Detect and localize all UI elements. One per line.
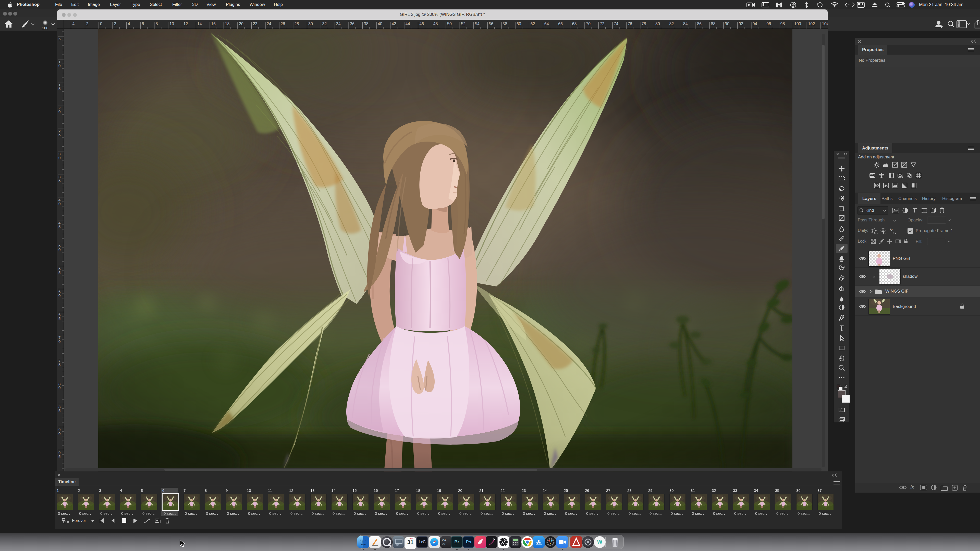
svg-text:0: 0 <box>100 22 102 26</box>
svg-text:6: 6 <box>142 22 144 26</box>
svg-text:fx: fx <box>890 228 893 232</box>
svg-text:100: 100 <box>794 22 801 26</box>
svg-text:10: 10 <box>169 22 174 26</box>
svg-text:82: 82 <box>669 22 674 26</box>
svg-text:20: 20 <box>239 22 243 26</box>
svg-text:80: 80 <box>655 22 660 26</box>
svg-text:76: 76 <box>628 22 632 26</box>
svg-text:88: 88 <box>711 22 716 26</box>
svg-text:5: 5 <box>59 86 60 91</box>
svg-text:28: 28 <box>294 22 299 26</box>
svg-text:102: 102 <box>808 22 815 26</box>
svg-text:0: 0 <box>59 431 60 436</box>
svg-text:5: 5 <box>59 316 60 321</box>
svg-text:98: 98 <box>780 22 785 26</box>
svg-text:4: 4 <box>128 22 130 26</box>
svg-text:5: 5 <box>59 270 60 275</box>
svg-text:56: 56 <box>489 22 493 26</box>
svg-text:104: 104 <box>822 22 828 26</box>
svg-text:0: 0 <box>59 386 60 390</box>
svg-text:0: 0 <box>59 293 60 298</box>
svg-text:32: 32 <box>322 22 327 26</box>
svg-text:5: 5 <box>59 37 60 41</box>
svg-text:26: 26 <box>280 22 285 26</box>
svg-text:30: 30 <box>308 22 313 26</box>
svg-text:0: 0 <box>59 64 60 68</box>
svg-text:74: 74 <box>614 22 618 26</box>
svg-text:92: 92 <box>738 22 743 26</box>
svg-text:5: 5 <box>59 179 60 183</box>
svg-text:2: 2 <box>114 22 116 26</box>
svg-text:16: 16 <box>211 22 216 26</box>
svg-text:5: 5 <box>59 133 60 137</box>
svg-text:62: 62 <box>530 22 535 26</box>
svg-text:0: 0 <box>59 202 60 206</box>
svg-text:94: 94 <box>752 22 757 26</box>
svg-text:60: 60 <box>517 22 521 26</box>
svg-text:40: 40 <box>378 22 382 26</box>
svg-text:0: 0 <box>59 156 60 160</box>
svg-text:96: 96 <box>767 22 771 26</box>
svg-text:48: 48 <box>433 22 438 26</box>
svg-text:12: 12 <box>183 22 188 26</box>
svg-text:58: 58 <box>503 22 508 26</box>
svg-text:66: 66 <box>558 22 563 26</box>
svg-text:36: 36 <box>350 22 355 26</box>
svg-text:0: 0 <box>59 248 60 252</box>
svg-text:54: 54 <box>475 22 479 26</box>
svg-text:50: 50 <box>447 22 452 26</box>
svg-text:5: 5 <box>59 454 60 459</box>
svg-text:2: 2 <box>86 22 89 26</box>
svg-text:4: 4 <box>72 22 75 26</box>
svg-text:18: 18 <box>225 22 230 26</box>
svg-text:52: 52 <box>461 22 466 26</box>
svg-text:90: 90 <box>725 22 729 26</box>
svg-text:64: 64 <box>544 22 549 26</box>
svg-text:5: 5 <box>59 362 60 367</box>
svg-text:78: 78 <box>641 22 646 26</box>
svg-text:5: 5 <box>59 408 60 413</box>
svg-text:8: 8 <box>156 22 158 26</box>
svg-text:0: 0 <box>59 339 60 344</box>
svg-text:5: 5 <box>59 224 60 229</box>
svg-text:72: 72 <box>600 22 605 26</box>
svg-text:44: 44 <box>406 22 410 26</box>
svg-text:34: 34 <box>336 22 341 26</box>
svg-text:42: 42 <box>391 22 396 26</box>
svg-text:84: 84 <box>683 22 688 26</box>
svg-text:14: 14 <box>197 22 202 26</box>
svg-text:70: 70 <box>586 22 590 26</box>
svg-text:68: 68 <box>572 22 577 26</box>
svg-text:38: 38 <box>364 22 369 26</box>
svg-text:0: 0 <box>59 110 60 114</box>
svg-text:46: 46 <box>419 22 424 26</box>
svg-text:86: 86 <box>697 22 702 26</box>
svg-text:22: 22 <box>253 22 257 26</box>
svg-text:24: 24 <box>267 22 271 26</box>
